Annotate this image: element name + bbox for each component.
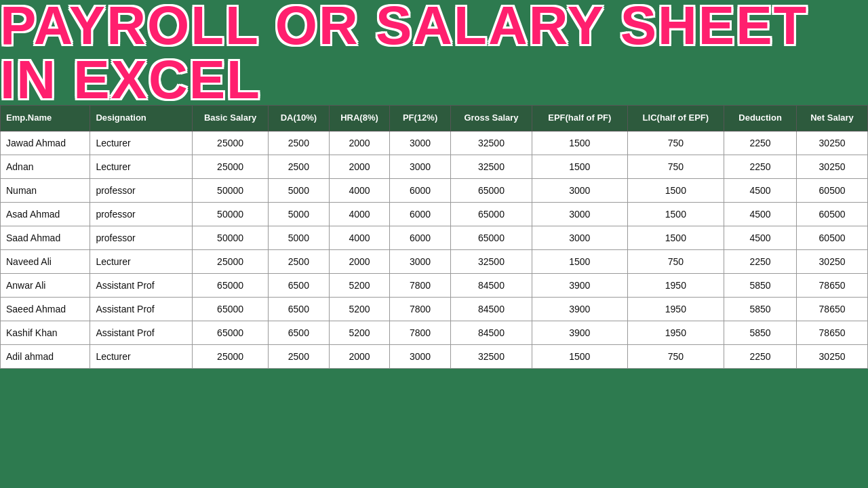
table-cell-0-6: 32500 [450,131,532,155]
table-row: Kashif KhanAssistant Prof650006500520078… [1,321,868,344]
table-cell-7-8: 1950 [627,297,724,321]
table-cell-5-3: 2500 [269,249,330,273]
table-row: Naveed AliLecturer2500025002000300032500… [1,249,868,273]
table-cell-7-0: Saeed Ahmad [1,297,90,321]
table-cell-0-9: 2250 [724,131,797,155]
table-cell-6-2: 65000 [193,273,269,297]
page-title: PAYROLL OR SALARY SHEET IN EXCEL [0,0,868,107]
table-cell-7-5: 7800 [390,297,451,321]
table-cell-4-1: professor [90,226,193,249]
table-cell-6-9: 5850 [724,273,797,297]
table-cell-5-7: 1500 [532,249,628,273]
table-cell-7-2: 65000 [193,297,269,321]
column-header-6: Gross Salary [450,106,532,131]
table-cell-7-9: 5850 [724,297,797,321]
table-cell-7-7: 3900 [532,297,628,321]
table-cell-8-6: 84500 [450,321,532,344]
table-cell-8-1: Assistant Prof [90,321,193,344]
payroll-table: Emp.NameDesignationBasic SalaryDA(10%)HR… [0,105,868,369]
table-cell-9-5: 3000 [390,344,451,368]
table-section: Emp.NameDesignationBasic SalaryDA(10%)HR… [0,105,868,369]
table-cell-1-10: 30250 [797,155,868,178]
table-cell-3-2: 50000 [193,202,269,226]
table-cell-1-5: 3000 [390,155,451,178]
table-cell-1-0: Adnan [1,155,90,178]
table-cell-1-2: 25000 [193,155,269,178]
table-cell-9-1: Lecturer [90,344,193,368]
table-cell-6-1: Assistant Prof [90,273,193,297]
table-cell-9-9: 2250 [724,344,797,368]
table-row: Asad Ahmadprofessor500005000400060006500… [1,202,868,226]
table-cell-0-2: 25000 [193,131,269,155]
table-cell-8-2: 65000 [193,321,269,344]
table-cell-2-7: 3000 [532,178,628,202]
table-cell-6-10: 78650 [797,273,868,297]
column-header-10: Net Salary [797,106,868,131]
table-cell-7-10: 78650 [797,297,868,321]
table-cell-6-6: 84500 [450,273,532,297]
table-cell-0-4: 2000 [329,131,390,155]
column-header-3: DA(10%) [269,106,330,131]
table-cell-3-10: 60500 [797,202,868,226]
table-cell-3-0: Asad Ahmad [1,202,90,226]
table-cell-9-0: Adil ahmad [1,344,90,368]
table-cell-1-9: 2250 [724,155,797,178]
table-cell-5-1: Lecturer [90,249,193,273]
table-cell-2-8: 1500 [627,178,724,202]
table-cell-0-1: Lecturer [90,131,193,155]
column-header-9: Deduction [724,106,797,131]
table-cell-2-1: professor [90,178,193,202]
table-cell-6-5: 7800 [390,273,451,297]
table-cell-3-5: 6000 [390,202,451,226]
table-cell-5-9: 2250 [724,249,797,273]
table-cell-7-1: Assistant Prof [90,297,193,321]
table-row: Anwar AliAssistant Prof65000650052007800… [1,273,868,297]
column-header-8: LIC(half of EPF) [627,106,724,131]
table-cell-6-3: 6500 [269,273,330,297]
table-cell-2-5: 6000 [390,178,451,202]
table-cell-9-6: 32500 [450,344,532,368]
table-cell-8-7: 3900 [532,321,628,344]
table-cell-3-4: 4000 [329,202,390,226]
table-cell-3-8: 1500 [627,202,724,226]
table-cell-2-9: 4500 [724,178,797,202]
table-cell-2-6: 65000 [450,178,532,202]
table-cell-8-5: 7800 [390,321,451,344]
table-cell-3-1: professor [90,202,193,226]
column-header-7: EPF(half of PF) [532,106,628,131]
table-cell-4-2: 50000 [193,226,269,249]
table-cell-3-3: 5000 [269,202,330,226]
table-cell-4-5: 6000 [390,226,451,249]
header-section: PAYROLL OR SALARY SHEET IN EXCEL [0,0,868,105]
table-cell-1-1: Lecturer [90,155,193,178]
table-cell-2-2: 50000 [193,178,269,202]
table-row: Adil ahmadLecturer2500025002000300032500… [1,344,868,368]
table-cell-3-9: 4500 [724,202,797,226]
table-cell-6-8: 1950 [627,273,724,297]
table-cell-5-10: 30250 [797,249,868,273]
column-header-5: PF(12%) [390,106,451,131]
table-cell-7-6: 84500 [450,297,532,321]
table-cell-6-7: 3900 [532,273,628,297]
table-cell-7-4: 5200 [329,297,390,321]
table-cell-1-7: 1500 [532,155,628,178]
table-cell-6-4: 5200 [329,273,390,297]
table-cell-8-3: 6500 [269,321,330,344]
table-cell-6-0: Anwar Ali [1,273,90,297]
table-cell-9-10: 30250 [797,344,868,368]
table-cell-4-10: 60500 [797,226,868,249]
table-cell-8-4: 5200 [329,321,390,344]
table-cell-1-3: 2500 [269,155,330,178]
table-cell-9-3: 2500 [269,344,330,368]
table-cell-2-0: Numan [1,178,90,202]
table-row: AdnanLecturer250002500200030003250015007… [1,155,868,178]
table-row: Numanprofessor50000500040006000650003000… [1,178,868,202]
table-row: Saad Ahmadprofessor500005000400060006500… [1,226,868,249]
table-cell-0-8: 750 [627,131,724,155]
column-header-4: HRA(8%) [329,106,390,131]
table-cell-4-0: Saad Ahmad [1,226,90,249]
table-cell-5-5: 3000 [390,249,451,273]
table-cell-2-3: 5000 [269,178,330,202]
table-cell-9-8: 750 [627,344,724,368]
table-cell-2-10: 60500 [797,178,868,202]
